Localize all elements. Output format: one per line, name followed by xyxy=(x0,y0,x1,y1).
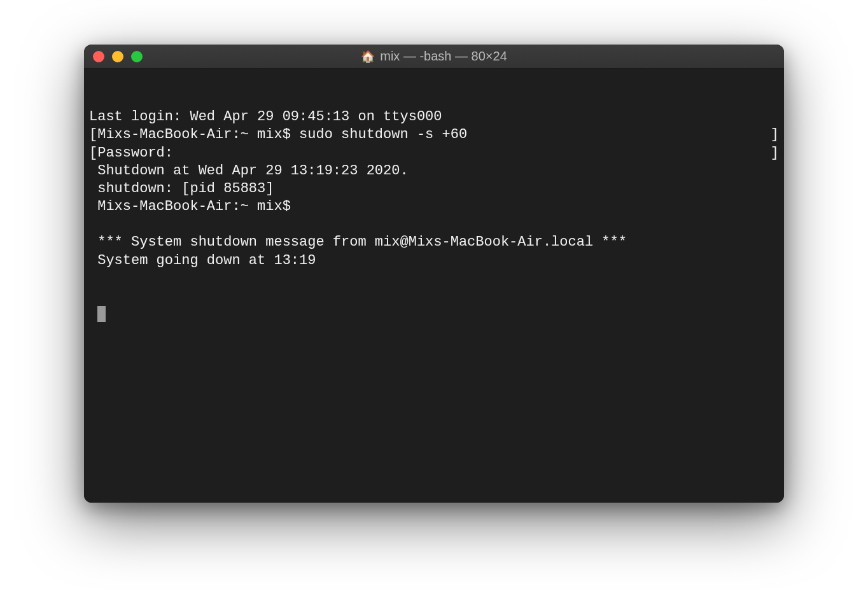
home-icon: 🏠 xyxy=(361,51,375,62)
minimize-button[interactable] xyxy=(112,51,123,62)
terminal-line: Last login: Wed Apr 29 09:45:13 on ttys0… xyxy=(89,108,779,126)
terminal-line xyxy=(89,288,779,305)
terminal-line: shutdown: [pid 85883] xyxy=(89,180,779,198)
terminal-line: *** System shutdown message from mix@Mix… xyxy=(89,234,779,251)
terminal-line: Shutdown at Wed Apr 29 13:19:23 2020. xyxy=(89,162,779,180)
terminal-line xyxy=(89,305,779,323)
terminal-line: System going down at 13:19 xyxy=(89,252,779,270)
terminal-line: [Mixs-MacBook-Air:~ mix$ sudo shutdown -… xyxy=(89,126,779,144)
terminal-line: [Password:] xyxy=(89,144,779,162)
window-title: 🏠 mix — -bash — 80×24 xyxy=(361,49,507,64)
maximize-button[interactable] xyxy=(131,51,143,62)
terminal-line-left: [Mixs-MacBook-Air:~ mix$ sudo shutdown -… xyxy=(89,126,467,144)
window-title-text: mix — -bash — 80×24 xyxy=(380,49,507,64)
terminal-line-right: ] xyxy=(771,144,779,162)
close-button[interactable] xyxy=(93,51,104,62)
titlebar[interactable]: 🏠 mix — -bash — 80×24 xyxy=(84,45,784,69)
terminal-line xyxy=(89,270,779,288)
terminal-window: 🏠 mix — -bash — 80×24 Last login: Wed Ap… xyxy=(84,45,784,503)
traffic-lights xyxy=(93,51,143,62)
terminal-line: Mixs-MacBook-Air:~ mix$ xyxy=(89,198,779,216)
cursor xyxy=(97,306,106,322)
terminal-line-right: ] xyxy=(771,126,779,144)
terminal-line-left: [Password: xyxy=(89,144,173,162)
terminal-line xyxy=(89,216,779,234)
terminal-body[interactable]: Last login: Wed Apr 29 09:45:13 on ttys0… xyxy=(84,69,784,503)
